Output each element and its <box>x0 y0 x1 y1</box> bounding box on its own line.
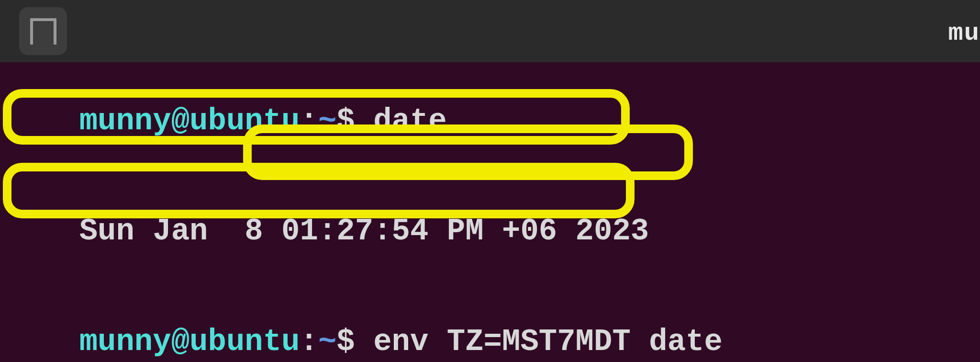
terminal-output-1: Sun Jan 8 01:27:54 PM +06 2023 <box>6 176 974 286</box>
window-titlebar: mu <box>0 0 980 62</box>
prompt-user-host: munny@ubuntu <box>79 104 300 138</box>
terminal-body[interactable]: munny@ubuntu:~$ date Sun Jan 8 01:27:54 … <box>0 62 980 362</box>
terminal-line-2: munny@ubuntu:~$ env TZ=MST7MDT date <box>6 287 974 362</box>
date-output-local: Sun Jan 8 01:27:54 PM +06 2023 <box>79 214 649 249</box>
command-date: date <box>373 104 447 138</box>
command-text <box>355 325 373 359</box>
terminal-line-1: munny@ubuntu:~$ date <box>6 66 974 176</box>
command-env-tz-date: env TZ=MST7MDT date <box>373 325 723 359</box>
prompt-separator: : <box>300 325 318 359</box>
prompt-symbol: $ <box>336 104 355 138</box>
prompt-symbol: $ <box>336 325 355 359</box>
prompt-user-host: munny@ubuntu <box>79 325 300 359</box>
terminal-app-icon[interactable] <box>19 7 67 55</box>
command-text <box>355 104 373 138</box>
prompt-path: ~ <box>318 104 336 138</box>
prompt-path: ~ <box>318 325 336 359</box>
prompt-separator: : <box>300 104 318 138</box>
terminal-icon <box>30 18 56 45</box>
window-title-partial: mu <box>948 19 980 47</box>
